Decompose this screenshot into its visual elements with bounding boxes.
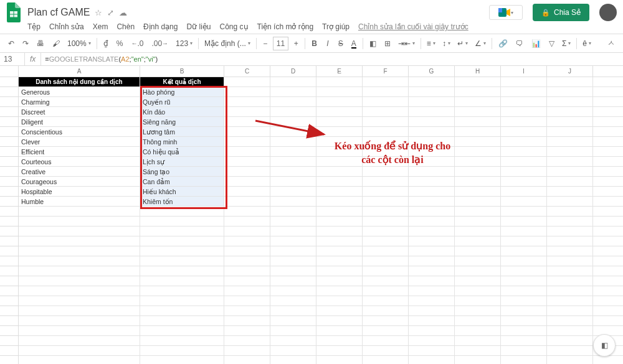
- meet-button[interactable]: ▾: [489, 5, 523, 20]
- cell-b[interactable]: Siêng năng: [140, 117, 224, 126]
- row-header[interactable]: [0, 197, 18, 207]
- explore-button[interactable]: ◧: [593, 334, 616, 357]
- col-header-j[interactable]: J: [547, 66, 593, 77]
- row-header[interactable]: [0, 246, 18, 256]
- cell-a[interactable]: Creative: [19, 167, 140, 176]
- col-header-d[interactable]: D: [270, 66, 316, 77]
- row-header[interactable]: [0, 356, 18, 364]
- zoom-select[interactable]: 100%▾: [65, 38, 93, 49]
- row-header[interactable]: [0, 326, 18, 336]
- row-header[interactable]: [0, 137, 18, 147]
- borders-button[interactable]: ⊞: [381, 37, 394, 50]
- cell-b[interactable]: Có hiệu quả: [140, 147, 224, 156]
- menu-file[interactable]: Tệp: [27, 22, 40, 31]
- star-icon[interactable]: ☆: [95, 8, 102, 17]
- col-header-i[interactable]: I: [501, 66, 547, 77]
- cell-b[interactable]: Hiếu khách: [140, 187, 224, 196]
- row-header[interactable]: [0, 77, 18, 87]
- row-header[interactable]: [0, 127, 18, 137]
- table-header-b[interactable]: Kết quả dịch: [140, 77, 224, 86]
- table-header-a[interactable]: Danh sách nội dung cần dịch: [19, 77, 140, 86]
- row-header[interactable]: [0, 336, 18, 346]
- menu-tools[interactable]: Công cụ: [219, 22, 248, 31]
- cell-a[interactable]: Discreet: [19, 107, 140, 116]
- cell-b[interactable]: Can đảm: [140, 177, 224, 186]
- row-header[interactable]: [0, 266, 18, 276]
- bold-button[interactable]: B: [308, 37, 320, 50]
- formula-input[interactable]: =GOOGLETRANSLATE(A2;"en";"vi"): [41, 54, 623, 65]
- move-icon[interactable]: ⤢: [107, 8, 114, 17]
- cell-a[interactable]: Humble: [19, 197, 140, 206]
- cell-b[interactable]: Hào phóng: [140, 87, 224, 96]
- cell-a[interactable]: Clever: [19, 137, 140, 146]
- last-edit-info[interactable]: Chỉnh sửa lần cuối vài giây trước: [358, 22, 468, 31]
- share-button[interactable]: 🔒 Chia Sẻ: [533, 4, 589, 21]
- font-size-input[interactable]: 11: [273, 37, 288, 50]
- row-header[interactable]: [0, 177, 18, 187]
- menu-help[interactable]: Trợ giúp: [322, 22, 350, 31]
- menu-insert[interactable]: Chèn: [117, 22, 135, 31]
- col-header-f[interactable]: F: [363, 66, 409, 77]
- row-header[interactable]: [0, 157, 18, 167]
- cell-grid[interactable]: Danh sách nội dung cần dịch Kết quả dịch…: [19, 77, 623, 364]
- cell-a[interactable]: Hospitable: [19, 187, 140, 196]
- print-button[interactable]: 🖶: [34, 37, 47, 50]
- font-select[interactable]: Mặc định (...▾: [202, 38, 253, 49]
- cell-a[interactable]: Charming: [19, 97, 140, 106]
- undo-button[interactable]: ↶: [5, 37, 17, 50]
- percent-button[interactable]: %: [113, 37, 126, 50]
- menu-extensions[interactable]: Tiện ích mở rộng: [257, 22, 314, 31]
- filter-button[interactable]: ▽: [546, 37, 558, 50]
- menu-data[interactable]: Dữ liệu: [186, 22, 211, 31]
- functions-button[interactable]: Σ▾: [559, 38, 573, 49]
- row-header[interactable]: [0, 276, 18, 286]
- cell-a[interactable]: Conscientious: [19, 127, 140, 136]
- increase-decimal-button[interactable]: .00→: [148, 37, 171, 50]
- row-header[interactable]: [0, 236, 18, 246]
- cell-b[interactable]: Sáng tạo: [140, 167, 224, 176]
- menu-view[interactable]: Xem: [93, 22, 108, 31]
- row-header[interactable]: [0, 346, 18, 356]
- select-all-corner[interactable]: [0, 66, 19, 77]
- merge-button[interactable]: ⇥⇤▾: [396, 38, 417, 49]
- cell-a[interactable]: Efficient: [19, 147, 140, 156]
- name-box[interactable]: 13: [0, 53, 25, 65]
- row-header[interactable]: [0, 97, 18, 107]
- wrap-button[interactable]: ↵▾: [455, 38, 470, 49]
- row-header[interactable]: [0, 187, 18, 197]
- row-header[interactable]: [0, 226, 18, 236]
- col-header-b[interactable]: B: [140, 66, 224, 77]
- cell-b[interactable]: Khiêm tốn: [140, 197, 224, 206]
- col-header-g[interactable]: G: [409, 66, 455, 77]
- text-color-button[interactable]: A: [348, 37, 359, 50]
- col-header-a[interactable]: A: [19, 66, 140, 77]
- col-header-e[interactable]: E: [316, 66, 363, 77]
- row-header[interactable]: [0, 87, 18, 97]
- row-header[interactable]: [0, 167, 18, 177]
- sheets-logo[interactable]: [5, 4, 22, 21]
- row-header[interactable]: [0, 207, 18, 217]
- row-header[interactable]: [0, 147, 18, 157]
- number-format-select[interactable]: 123▾: [173, 38, 195, 49]
- rotate-button[interactable]: ∠▾: [472, 38, 488, 49]
- v-align-button[interactable]: ↕▾: [440, 38, 453, 49]
- strikethrough-button[interactable]: S: [335, 37, 346, 50]
- comment-button[interactable]: 🗨: [513, 37, 526, 50]
- collapse-toolbar-button[interactable]: ㅅ: [604, 36, 618, 50]
- h-align-button[interactable]: ≡▾: [424, 38, 438, 49]
- paint-format-button[interactable]: 🖌: [49, 37, 63, 50]
- cell-a[interactable]: Diligent: [19, 117, 140, 126]
- cell-a[interactable]: Courteous: [19, 157, 140, 166]
- row-header[interactable]: [0, 217, 18, 226]
- col-header-c[interactable]: C: [224, 66, 270, 77]
- link-button[interactable]: 🔗: [495, 37, 511, 50]
- cloud-icon[interactable]: ☁: [119, 8, 127, 17]
- cell-b[interactable]: Lịch sự: [140, 157, 224, 166]
- cell-a[interactable]: Courageous: [19, 177, 140, 186]
- menu-format[interactable]: Định dạng: [143, 22, 178, 31]
- cell-b[interactable]: Thông minh: [140, 137, 224, 146]
- row-header[interactable]: [0, 316, 18, 326]
- italic-button[interactable]: I: [322, 37, 333, 50]
- decrease-decimal-button[interactable]: ←.0: [128, 37, 146, 50]
- col-header-h[interactable]: H: [455, 66, 501, 77]
